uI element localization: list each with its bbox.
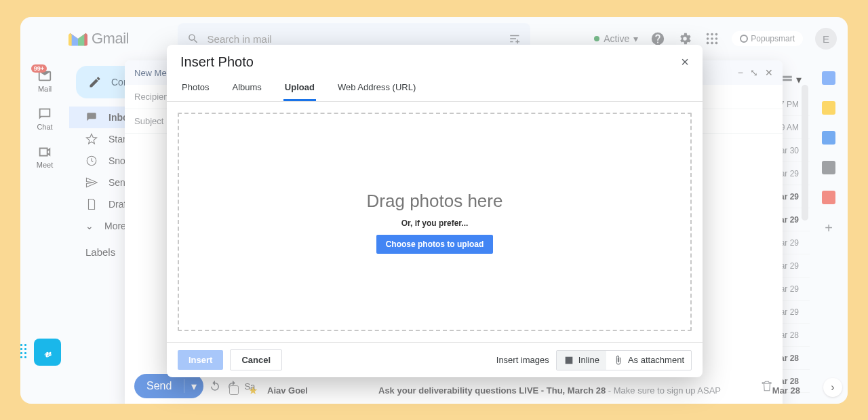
send-more-icon[interactable]: ▾ — [184, 380, 203, 393]
mail-time: Mar 28 — [772, 385, 800, 396]
gmail-brand-text: Gmail — [92, 30, 129, 47]
tasks-icon[interactable] — [822, 131, 835, 145]
gear-icon[interactable] — [677, 31, 692, 46]
svg-point-0 — [707, 33, 709, 36]
expand-panel-button[interactable]: › — [823, 378, 842, 397]
scrollbar-thumb[interactable] — [802, 85, 808, 221]
undo-icon[interactable] — [209, 380, 221, 392]
insert-button[interactable]: Insert — [178, 350, 223, 370]
svg-point-7 — [711, 42, 713, 45]
chevron-down-icon[interactable]: ▾ — [796, 73, 802, 86]
search-icon — [187, 32, 199, 45]
tab-upload[interactable]: Upload — [283, 75, 316, 101]
chevron-down-icon: ⌄ — [85, 221, 94, 231]
popupsmart-chip[interactable]: Popupsmart — [732, 31, 803, 46]
vimeo-widget[interactable]: 𝓋 — [34, 339, 61, 366]
chat-icon — [37, 107, 52, 121]
rail-chat-label: Chat — [37, 123, 52, 131]
inbox-icon — [85, 111, 98, 123]
contacts-icon[interactable] — [822, 161, 835, 174]
attachment-icon — [613, 355, 624, 366]
gmail-m-icon — [68, 31, 87, 46]
svg-point-4 — [711, 37, 713, 40]
more-label: More — [104, 221, 126, 231]
tab-albums[interactable]: Albums — [231, 75, 262, 101]
close-icon[interactable]: × — [681, 54, 689, 70]
fullscreen-icon[interactable]: ⤡ — [750, 67, 758, 78]
rail-mail[interactable]: 99+ Mail — [37, 69, 52, 93]
svg-point-6 — [707, 42, 709, 45]
chevron-down-icon: ▾ — [633, 33, 638, 44]
right-side-panel: + — [810, 60, 848, 236]
get-addons-icon[interactable]: + — [825, 221, 833, 236]
rail-meet-label: Meet — [37, 161, 53, 169]
dropzone-or: Or, if you prefer... — [401, 218, 469, 228]
upload-dropzone[interactable]: Drag photos here Or, if you prefer... Ch… — [178, 113, 692, 331]
mail-subject: Ask your deliverability questions LIVE -… — [378, 385, 763, 396]
mail-sender: Aiav Goel — [267, 385, 369, 396]
modal-title: Insert Photo — [180, 54, 254, 70]
attachment-option[interactable]: As attachment — [606, 351, 691, 370]
left-rail: 99+ Mail Chat Meet — [20, 60, 69, 169]
modal-header: Insert Photo × — [167, 45, 703, 75]
modal-footer: Insert Cancel Insert images Inline As at… — [167, 342, 703, 377]
inline-option[interactable]: Inline — [557, 351, 606, 370]
tab-web-address[interactable]: Web Address (URL) — [336, 75, 417, 101]
send-button[interactable]: Send ▾ — [134, 374, 203, 398]
image-icon — [564, 355, 574, 366]
tab-photos[interactable]: Photos — [180, 75, 210, 101]
help-icon[interactable] — [650, 31, 665, 46]
visible-mail-row[interactable]: ★ Aiav Goel Ask your deliverability ques… — [229, 381, 800, 400]
popupsmart-icon — [740, 35, 748, 43]
svg-point-5 — [715, 37, 718, 40]
svg-point-3 — [707, 37, 709, 40]
chevron-right-icon: › — [831, 381, 834, 394]
choose-photos-button[interactable]: Choose photos to upload — [376, 235, 494, 254]
account-avatar[interactable]: E — [815, 28, 837, 50]
dropzone-title: Drag photos here — [367, 191, 503, 212]
send-icon — [85, 176, 98, 189]
apps-icon[interactable] — [705, 31, 719, 46]
close-icon[interactable]: ✕ — [765, 67, 773, 78]
addon-icon[interactable] — [822, 191, 835, 204]
unread-badge: 99+ — [31, 64, 47, 73]
cancel-button[interactable]: Cancel — [230, 349, 282, 370]
minimize-icon[interactable]: − — [738, 67, 743, 78]
search-input[interactable] — [208, 33, 501, 45]
insert-images-label: Insert images — [496, 355, 549, 365]
meet-icon — [37, 145, 52, 159]
rail-chat[interactable]: Chat — [37, 107, 52, 131]
inline-label: Inline — [578, 355, 599, 365]
pencil-icon — [88, 75, 102, 89]
modal-body: Drag photos here Or, if you prefer... Ch… — [167, 102, 703, 342]
keep-icon[interactable] — [822, 101, 835, 115]
star-icon — [85, 133, 98, 145]
gmail-logo[interactable]: Gmail — [68, 30, 129, 47]
drag-handle-icon[interactable] — [20, 344, 31, 360]
draft-icon — [85, 198, 98, 210]
star-icon[interactable]: ★ — [248, 384, 258, 397]
active-status[interactable]: Active ▾ — [594, 33, 638, 44]
split-icon[interactable] — [781, 73, 793, 85]
svg-point-8 — [715, 42, 718, 45]
rail-meet[interactable]: Meet — [37, 145, 53, 169]
rail-mail-label: Mail — [38, 85, 52, 93]
svg-point-2 — [715, 33, 718, 36]
row-checkbox[interactable] — [229, 385, 239, 395]
insert-mode-segment: Inline As attachment — [556, 350, 692, 370]
insert-photo-modal: Insert Photo × Photos Albums Upload Web … — [167, 45, 703, 377]
svg-point-1 — [711, 33, 713, 36]
popupsmart-label: Popupsmart — [751, 34, 795, 43]
modal-tabs: Photos Albums Upload Web Address (URL) — [167, 75, 703, 102]
tune-icon[interactable] — [509, 32, 521, 45]
status-dot-icon — [594, 36, 599, 41]
clock-icon — [85, 155, 98, 167]
calendar-icon[interactable] — [822, 71, 835, 85]
active-label: Active — [604, 33, 629, 44]
send-label: Send — [134, 380, 184, 392]
attachment-label: As attachment — [628, 355, 684, 365]
